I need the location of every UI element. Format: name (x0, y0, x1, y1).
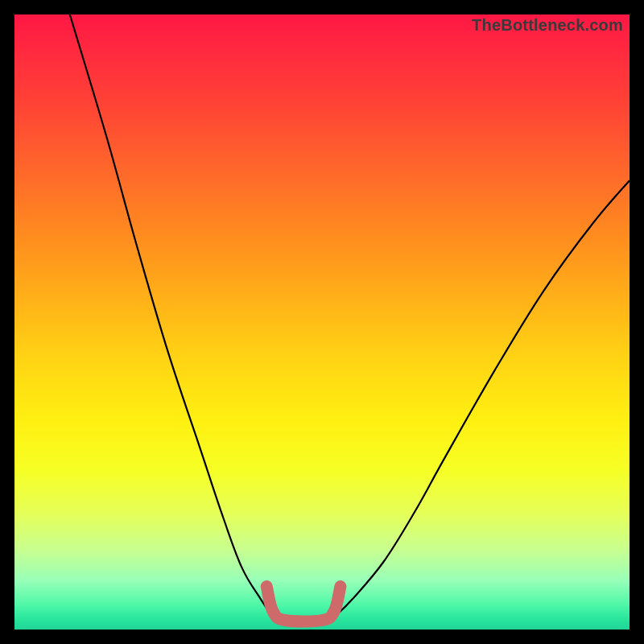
plot-area: TheBottleneck.com (14, 14, 630, 630)
chart-svg (14, 14, 630, 630)
chart-frame: TheBottleneck.com (0, 0, 644, 644)
watermark-text: TheBottleneck.com (472, 16, 623, 35)
curve-left (70, 14, 273, 617)
curve-right (334, 180, 630, 617)
valley-highlight-path (266, 587, 341, 622)
